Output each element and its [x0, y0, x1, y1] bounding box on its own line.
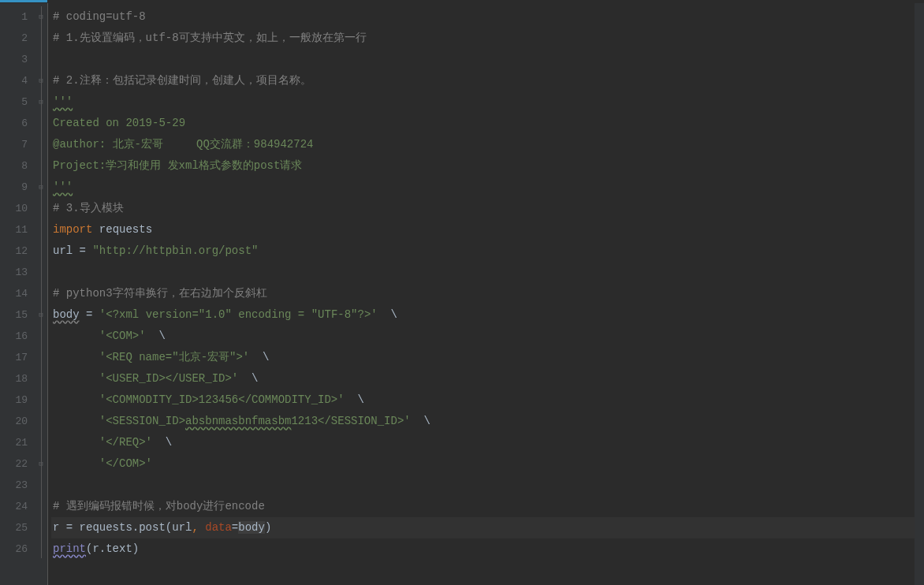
- line-number[interactable]: 13: [0, 262, 28, 283]
- kwarg-name: data: [205, 521, 232, 534]
- code-line: '<SESSION_ID>absbnmasbnfmasbm1213</SESSI…: [51, 411, 915, 432]
- code-line: '<COMMODITY_ID>123456</COMMODITY_ID>' \: [51, 389, 915, 411]
- code-line: print(r.text): [51, 538, 915, 560]
- comment-text: # 遇到编码报错时候，对body进行encode: [53, 500, 265, 512]
- line-number[interactable]: 10: [0, 198, 28, 219]
- indent: [53, 415, 99, 427]
- code-line: ''': [51, 177, 915, 198]
- comment-text: # 1.先设置编码，utf-8可支持中英文，如上，一般放在第一行: [53, 32, 367, 44]
- line-continuation: \: [146, 330, 166, 342]
- indent: [53, 330, 99, 342]
- indent: [53, 457, 99, 470]
- code-line: # 遇到编码报错时候，对body进行encode: [51, 496, 915, 517]
- line-number[interactable]: 6: [0, 113, 28, 134]
- fold-line: [41, 6, 42, 558]
- code-line: body = '<?xml version="1.0" encoding = "…: [51, 304, 915, 326]
- code-editor: 1 2 3 4 5 6 7 8 9 10 11 12 13 14 15 16 1…: [0, 0, 924, 585]
- docstring-end: ''': [53, 181, 73, 193]
- code-line: '<COM>' \: [51, 326, 915, 347]
- code-line: # coding=utf-8: [51, 6, 915, 28]
- line-continuation: \: [345, 393, 364, 406]
- line-number[interactable]: 17: [0, 347, 28, 368]
- line-number[interactable]: 3: [0, 49, 28, 70]
- line-number[interactable]: 8: [0, 155, 28, 177]
- string-literal: 1213</SESSION_ID>': [291, 415, 410, 427]
- string-literal: "http://httpbin.org/post": [92, 244, 258, 257]
- code-line: [51, 475, 915, 496]
- line-number[interactable]: 26: [0, 538, 28, 560]
- line-number[interactable]: 9: [0, 177, 28, 198]
- var-name: body: [53, 308, 80, 321]
- docstring-start: ''': [53, 95, 73, 108]
- var-reference: body: [238, 521, 265, 534]
- line-number[interactable]: 1: [0, 6, 28, 28]
- code-line: '<USER_ID></USER_ID>' \: [51, 368, 915, 389]
- code-text: r = requests.post(url: [53, 521, 192, 534]
- docstring-text: Created on 2019-5-29: [53, 117, 185, 129]
- code-line: # 1.先设置编码，utf-8可支持中英文，如上，一般放在第一行: [51, 28, 915, 49]
- code-area[interactable]: # coding=utf-8 # 1.先设置编码，utf-8可支持中英文，如上，…: [48, 3, 915, 585]
- line-continuation: \: [152, 436, 172, 449]
- line-number[interactable]: 23: [0, 475, 28, 496]
- line-number[interactable]: 2: [0, 28, 28, 49]
- indent: [53, 372, 99, 385]
- operator: =: [80, 308, 99, 321]
- comment-text: # coding=utf-8: [53, 10, 146, 23]
- comment-text: # python3字符串换行，在右边加个反斜杠: [53, 287, 267, 300]
- line-number[interactable]: 20: [0, 411, 28, 432]
- operator: =: [232, 521, 238, 534]
- line-number[interactable]: 16: [0, 326, 28, 347]
- indent: [53, 351, 99, 363]
- vertical-scrollbar[interactable]: [915, 3, 924, 585]
- code-line: '</REQ>' \: [51, 432, 915, 453]
- code-line: '</COM>': [51, 453, 915, 475]
- code-line-current: r = requests.post(url, data=body): [51, 517, 915, 538]
- line-number[interactable]: 21: [0, 432, 28, 453]
- code-line: # 3.导入模块: [51, 198, 915, 219]
- line-number[interactable]: 15: [0, 304, 28, 326]
- string-literal: '</COM>': [99, 457, 152, 470]
- line-continuation: \: [249, 351, 269, 363]
- keyword-import: import: [53, 223, 92, 236]
- code-line: # python3字符串换行，在右边加个反斜杠: [51, 283, 915, 304]
- code-line: [51, 262, 915, 283]
- line-number[interactable]: 19: [0, 389, 28, 411]
- string-literal: '<SESSION_ID>: [99, 415, 185, 427]
- code-line: Created on 2019-5-29: [51, 113, 915, 134]
- line-number[interactable]: 24: [0, 496, 28, 517]
- code-line: Project:学习和使用 发xml格式参数的post请求: [51, 155, 915, 177]
- code-line: # 2.注释：包括记录创建时间，创建人，项目名称。: [51, 70, 915, 91]
- line-number[interactable]: 7: [0, 134, 28, 155]
- line-number[interactable]: 11: [0, 219, 28, 240]
- line-number[interactable]: 4: [0, 70, 28, 91]
- docstring-text: Project:学习和使用 发xml格式参数的post请求: [53, 159, 302, 172]
- code-line: [51, 49, 915, 70]
- builtin-print: print: [53, 542, 86, 555]
- line-number[interactable]: 18: [0, 368, 28, 389]
- string-literal: '<COM>': [99, 330, 146, 342]
- line-number[interactable]: 22: [0, 453, 28, 475]
- comment-text: # 3.导入模块: [53, 202, 124, 214]
- line-number-gutter[interactable]: 1 2 3 4 5 6 7 8 9 10 11 12 13 14 15 16 1…: [0, 3, 35, 585]
- string-literal: '<?xml version="1.0" encoding = "UTF-8"?…: [99, 308, 378, 321]
- line-continuation: \: [238, 372, 258, 385]
- comma: ,: [192, 521, 205, 534]
- string-literal: '<REQ name="北京-宏哥">': [99, 351, 249, 363]
- line-continuation: \: [378, 308, 397, 321]
- line-number[interactable]: 14: [0, 283, 28, 304]
- code-line: '<REQ name="北京-宏哥">' \: [51, 347, 915, 368]
- string-literal: '<USER_ID></USER_ID>': [99, 372, 238, 385]
- indent: [53, 436, 99, 449]
- code-line: import requests: [51, 219, 915, 240]
- module-name: requests: [92, 223, 152, 236]
- code-text: (r.text): [86, 542, 139, 555]
- line-number[interactable]: 5: [0, 91, 28, 113]
- docstring-text: @author: 北京-宏哥 QQ交流群：984942724: [53, 138, 313, 151]
- string-literal: '<COMMODITY_ID>123456</COMMODITY_ID>': [99, 393, 345, 406]
- fold-gutter: ⊟ ⊟ ⊟ ⊟ ⊟ ⊟: [35, 3, 47, 585]
- top-accent-bar: [0, 0, 47, 2]
- var-name: url: [53, 244, 80, 257]
- string-literal: '</REQ>': [99, 436, 152, 449]
- line-number[interactable]: 25: [0, 517, 28, 538]
- line-number[interactable]: 12: [0, 240, 28, 262]
